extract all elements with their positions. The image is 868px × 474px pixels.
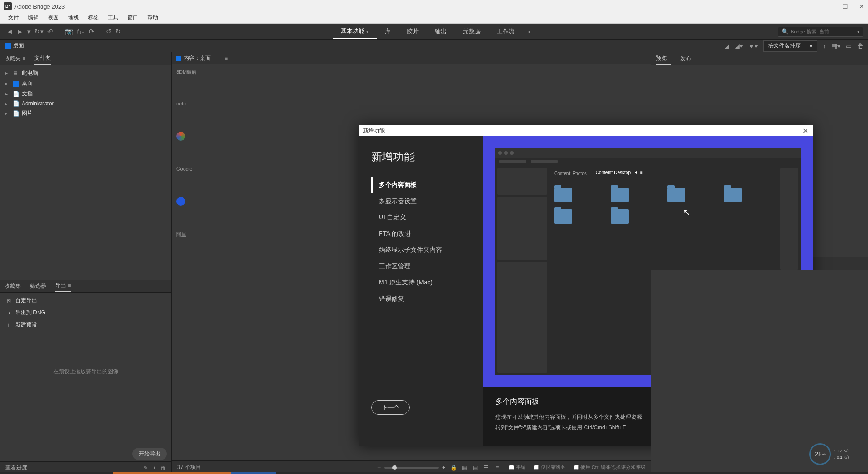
modal-nav-bugfix[interactable]: 错误修复 <box>371 291 483 307</box>
modal-next-button[interactable]: 下一个 <box>371 400 410 415</box>
search-input[interactable] <box>791 29 857 34</box>
panel-menu-icon[interactable]: ≡ <box>669 55 671 61</box>
tree-item-computer[interactable]: ▸🖥此电脑 <box>0 68 171 78</box>
tab-collections[interactable]: 收藏集 <box>5 280 21 292</box>
workspace-essentials[interactable]: 基本功能▾ <box>333 24 377 39</box>
workspace-filmstrip[interactable]: 胶片 <box>399 25 427 38</box>
search-field[interactable]: 🔍 ▾ <box>778 27 863 37</box>
add-content-tab-button[interactable]: + <box>213 55 220 62</box>
tree-item-documents[interactable]: ▸📄文档 <box>0 89 171 99</box>
slider-thumb[interactable] <box>392 465 397 470</box>
minus-icon[interactable]: − <box>377 465 381 471</box>
list-item[interactable] <box>176 197 197 206</box>
batch-icon[interactable]: ⎙▾ <box>75 28 87 35</box>
view-list-icon[interactable]: ≡ <box>494 464 501 471</box>
modal-nav-m1[interactable]: M1 原生支持 (Mac) <box>371 275 483 291</box>
trash-icon[interactable]: 🗑 <box>857 43 863 50</box>
nav-fwd-button[interactable]: ► <box>15 28 25 35</box>
expand-icon[interactable]: ▸ <box>5 101 10 106</box>
filter-stars-icon[interactable]: ◢ <box>724 43 729 50</box>
nav-back-button[interactable]: ◄ <box>5 28 15 35</box>
tree-item-pictures[interactable]: ▸📄图片 <box>0 108 171 118</box>
open-with-icon[interactable]: ▦▾ <box>831 43 840 50</box>
tab-filter[interactable]: 筛选器 <box>30 280 46 292</box>
new-folder-icon[interactable]: ▭ <box>846 43 852 50</box>
workspace-more-button[interactable]: » <box>523 28 535 35</box>
modal-nav-multi-content[interactable]: 多个内容面板 <box>371 177 483 193</box>
menu-label[interactable]: 标签 <box>83 13 103 23</box>
reveal-button[interactable]: ↶ <box>46 28 55 36</box>
menu-file[interactable]: 文件 <box>4 13 24 23</box>
export-preset-dng[interactable]: ➜导出到 DNG <box>0 307 171 319</box>
modal-nav-fta[interactable]: FTA 的改进 <box>371 226 483 242</box>
trash-icon[interactable]: 🗑 <box>160 465 166 471</box>
breadcrumb[interactable]: 桌面 <box>5 42 24 50</box>
list-item[interactable]: 3DM破解 <box>176 69 197 76</box>
modal-nav-ui-custom[interactable]: UI 自定义 <box>371 209 483 226</box>
tab-folders[interactable]: 文件夹 <box>34 52 51 65</box>
panel-menu-icon[interactable]: ≡ <box>23 56 25 61</box>
window-maximize-button[interactable]: ☐ <box>842 3 848 10</box>
menu-window[interactable]: 窗口 <box>123 13 143 23</box>
modal-nav-multi-display[interactable]: 多显示器设置 <box>371 193 483 209</box>
expand-icon[interactable]: ▸ <box>5 71 10 76</box>
filter-funnel-icon[interactable]: ▼▾ <box>748 43 758 50</box>
plus-icon[interactable]: + <box>153 465 156 471</box>
list-item[interactable]: Google <box>176 166 197 171</box>
content-grid[interactable]: 3DM破解 netc Google 阿里 新增功能 ✕ 新增功能 多个内容面板 <box>172 64 651 460</box>
filter-rating-icon[interactable]: ◢▾ <box>735 43 743 50</box>
start-export-button[interactable]: 开始导出 <box>132 448 167 460</box>
expand-icon[interactable]: ▸ <box>5 111 10 116</box>
tree-item-admin[interactable]: ▸📄Administrator <box>0 99 171 108</box>
tab-export[interactable]: 导出≡ <box>55 280 71 292</box>
edit-icon[interactable]: ✎ <box>144 465 148 471</box>
view-thumb-icon[interactable]: ▤ <box>472 464 479 471</box>
menu-stack[interactable]: 堆栈 <box>63 13 83 23</box>
checkbox-thumb-only[interactable]: 仅限缩略图 <box>534 464 566 471</box>
workspace-output[interactable]: 输出 <box>427 25 455 38</box>
chevron-down-icon[interactable]: ▾ <box>857 29 859 34</box>
export-new-preset[interactable]: +新建预设 <box>0 319 171 331</box>
sort-asc-icon[interactable]: ↑ <box>823 43 826 50</box>
modal-close-button[interactable]: ✕ <box>802 127 808 135</box>
content-tab-menu-icon[interactable]: ≡ <box>223 55 230 62</box>
thumbnail-size-slider[interactable]: − + <box>377 465 445 471</box>
list-item[interactable]: 阿里 <box>176 231 197 238</box>
tab-publish[interactable]: 发布 <box>680 53 691 64</box>
rotate-ccw-icon[interactable]: ↺ <box>104 28 113 36</box>
camera-import-icon[interactable]: 📷 <box>63 28 75 36</box>
content-tab[interactable]: 内容：桌面 <box>184 54 211 62</box>
menu-edit[interactable]: 编辑 <box>24 13 43 23</box>
expand-icon[interactable]: ▸ <box>5 91 10 96</box>
view-lock-icon[interactable]: 🔒 <box>450 464 458 471</box>
tab-favorites[interactable]: 收藏夹≡ <box>5 53 25 64</box>
menu-view[interactable]: 视图 <box>43 13 63 23</box>
export-preset-custom[interactable]: ⎘自定导出 <box>0 294 171 307</box>
nav-up-button[interactable]: ▾ <box>25 28 33 36</box>
slider-track[interactable] <box>384 467 439 469</box>
view-grid-icon[interactable]: ▦ <box>461 464 468 471</box>
list-item[interactable]: netc <box>176 101 197 106</box>
workspace-workflow[interactable]: 工作流 <box>489 25 523 38</box>
checkbox-ctrl-rating[interactable]: 使用 Ctrl 键来选择评分和评级 <box>574 464 646 471</box>
nav-recent-button[interactable]: ↻▾ <box>33 28 46 36</box>
window-close-button[interactable]: ✕ <box>859 3 864 10</box>
expand-icon[interactable]: ▸ <box>5 81 10 86</box>
rotate-cw-icon[interactable]: ↻ <box>113 28 123 36</box>
plus-icon[interactable]: + <box>442 465 445 471</box>
modal-nav-subfolders[interactable]: 始终显示子文件夹内容 <box>371 242 483 258</box>
list-item[interactable] <box>176 132 197 141</box>
panel-menu-icon[interactable]: ≡ <box>68 283 71 288</box>
view-detail-icon[interactable]: ☰ <box>483 464 490 471</box>
tab-preview[interactable]: 预览≡ <box>656 52 671 65</box>
window-minimize-button[interactable]: — <box>825 3 831 10</box>
modal-nav-workspace[interactable]: 工作区管理 <box>371 258 483 275</box>
workspace-metadata[interactable]: 元数据 <box>455 25 489 38</box>
menu-help[interactable]: 帮助 <box>143 13 163 23</box>
workspace-library[interactable]: 库 <box>377 25 399 38</box>
tree-item-desktop[interactable]: ▸桌面 <box>0 78 171 89</box>
sort-dropdown[interactable]: 按文件名排序 ▾ <box>763 40 817 52</box>
refresh-icon[interactable]: ⟳ <box>87 28 96 36</box>
checkbox-tile[interactable]: 平铺 <box>509 464 526 471</box>
menu-tools[interactable]: 工具 <box>103 13 123 23</box>
